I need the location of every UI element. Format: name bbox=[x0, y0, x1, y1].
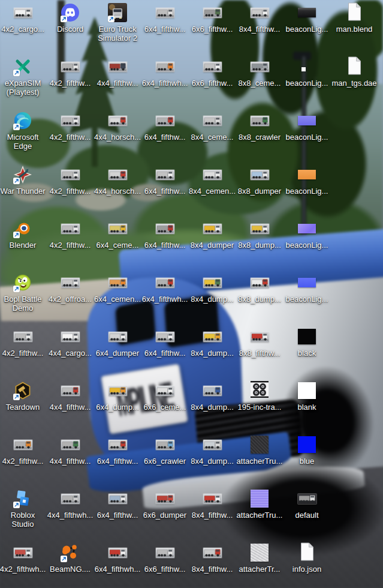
icon-label: 6x4_fifthw... bbox=[141, 241, 189, 250]
desktop-icon-blue[interactable]: blue bbox=[283, 434, 331, 466]
desktop-icon-8x8-dump[interactable]: 8x8_dump... bbox=[236, 218, 284, 250]
desktop-icon-4x4-horsch[interactable]: 4x4_horsch... bbox=[94, 110, 141, 142]
desktop-icon-4x4-fifthw[interactable]: 4x4_fifthw... bbox=[94, 56, 141, 88]
desktop-icon-6x4-fifthw[interactable]: 6x4_fifthw... bbox=[94, 488, 141, 520]
microsoft-edge-icon bbox=[13, 110, 32, 131]
desktop-icon-man-blend[interactable]: man.blend bbox=[330, 2, 378, 34]
desktop-icon-4x4-horsch[interactable]: 4x4_horsch... bbox=[94, 164, 141, 196]
desktop-icon-4x2-fifthw[interactable]: 4x2_fifthw... bbox=[46, 218, 94, 250]
desktop-icon-info-json[interactable]: info.json bbox=[283, 542, 331, 574]
desktop-icon-blank[interactable]: blank bbox=[283, 380, 331, 412]
desktop-icon-discord[interactable]: Discord bbox=[46, 2, 94, 34]
desktop-icon-man-tgs-dae[interactable]: man_tgs.dae bbox=[330, 56, 378, 88]
desktop-icon-6x4-fifthwh[interactable]: 6x4_fifthwh... bbox=[141, 56, 189, 88]
desktop-icon-teardown[interactable]: Teardown bbox=[0, 380, 47, 412]
truck-thumbnail-icon bbox=[156, 380, 174, 401]
desktop-icon-8x4-ceme[interactable]: 8x4_ceme... bbox=[188, 110, 236, 142]
desktop-icon-4x4-cargo[interactable]: 4x4_cargo... bbox=[46, 326, 94, 358]
desktop-icon-8x8-crawler[interactable]: 8x8_crawler bbox=[236, 110, 284, 142]
desktop-icon-6x6-ceme[interactable]: 6x6_ceme... bbox=[141, 380, 189, 412]
desktop-icon-beaconlig[interactable]: beaconLig... bbox=[283, 164, 331, 196]
desktop-icon-black[interactable]: black bbox=[283, 326, 331, 358]
desktop-icon-6x4-fifthwh[interactable]: 6x4_fifthwh... bbox=[94, 542, 141, 574]
desktop-icon-6x4-fifthw[interactable]: 6x4_fifthw... bbox=[141, 218, 189, 250]
desktop-icon-attachertru[interactable]: attacherTru... bbox=[236, 488, 284, 520]
truck-thumbnail-icon bbox=[203, 542, 222, 563]
desktop-icon-microsoft-edge[interactable]: Microsoft Edge bbox=[0, 110, 47, 151]
truck-thumbnail-icon bbox=[108, 542, 127, 563]
desktop-icon-6x4-dump[interactable]: 6x4_dump... bbox=[94, 380, 141, 412]
bopl-battle-icon bbox=[13, 272, 32, 293]
desktop-icon-4x4-fifthw[interactable]: 4x4_fifthw... bbox=[46, 434, 94, 466]
desktop-icon-8x4-dumper[interactable]: 8x4_dumper bbox=[188, 218, 236, 250]
desktop-icon-6x4-fifthw[interactable]: 6x4_fifthw... bbox=[141, 2, 189, 34]
desktop-icon-6x4-fifthwh[interactable]: 6x4_fifthwh... bbox=[141, 272, 189, 304]
icon-label: 4x2_offroa... bbox=[47, 295, 94, 304]
desktop-icon-4x2-fifthw[interactable]: 4x2_fifthw... bbox=[46, 110, 94, 142]
desktop-icon-4x2-fifthw[interactable]: 4x2_fifthw... bbox=[0, 326, 47, 358]
desktop-icon-4x4-fifthw[interactable]: 4x4_fifthw... bbox=[46, 380, 94, 412]
desktop-icon-8x4-dump[interactable]: 8x4_dump... bbox=[188, 272, 236, 304]
desktop-icon-4x2-cargo[interactable]: 4x2_cargo... bbox=[0, 2, 47, 34]
desktop-icon-8x4-dump[interactable]: 8x4_dump... bbox=[188, 326, 236, 358]
shortcut-arrow-icon bbox=[13, 178, 20, 184]
desktop-icon-6x4-fifthw[interactable]: 6x4_fifthw... bbox=[141, 326, 189, 358]
desktop-icon-expansim-playtest[interactable]: eXpanSIM (Playtest) bbox=[0, 56, 47, 97]
desktop-icon-bopl-battle-demo[interactable]: Bopl Battle Demo bbox=[0, 272, 47, 313]
desktop-icon-6x6-fifthw[interactable]: 6x6_fifthw... bbox=[141, 542, 189, 574]
desktop-icon-beaconlig[interactable]: beaconLig... bbox=[283, 2, 331, 34]
desktop-icon-8x8-ceme[interactable]: 8x8_ceme... bbox=[236, 56, 284, 88]
desktop-icon-4x2-fifthw[interactable]: 4x2_fifthw... bbox=[46, 164, 94, 196]
desktop-icon-euro-truck-simulator-2[interactable]: Euro Truck Simulator 2 bbox=[94, 2, 141, 43]
shortcut-arrow-icon bbox=[108, 16, 114, 22]
desktop-icon-attachertr[interactable]: attacherTr... bbox=[236, 542, 284, 574]
desktop-icon-4x2-offroa[interactable]: 4x2_offroa... bbox=[46, 272, 94, 304]
desktop-icon-8x4-fifthw[interactable]: 8x4_fifthw... bbox=[188, 542, 236, 574]
desktop-icon-war-thunder[interactable]: War Thunder bbox=[0, 164, 47, 196]
truck-thumbnail-icon bbox=[203, 434, 222, 455]
icon-label: 6x4_fifthw... bbox=[141, 187, 189, 196]
desktop-icon-attachertru[interactable]: attacherTru... bbox=[236, 434, 284, 466]
desktop-icon-4x2-fifthwh[interactable]: 4x2_fifthwh... bbox=[0, 542, 47, 574]
truck-thumbnail-icon bbox=[108, 326, 127, 347]
desktop-icon-blender[interactable]: Blender bbox=[0, 218, 47, 250]
desktop-icon-6x6-dumper[interactable]: 6x6_dumper bbox=[141, 488, 189, 520]
desktop-icon-6x4-fifthw[interactable]: 6x4_fifthw... bbox=[94, 434, 141, 466]
icon-label: Discord bbox=[47, 25, 94, 34]
desktop-icon-beaconlig[interactable]: beaconLig... bbox=[283, 218, 331, 250]
desktop-icon-4x2-fifthw[interactable]: 4x2_fifthw... bbox=[46, 56, 94, 88]
truck-thumbnail-icon bbox=[61, 110, 80, 131]
desktop-icon-8x4-fifthw[interactable]: 8x4_fifthw... bbox=[188, 488, 236, 520]
desktop-icon-roblox-studio[interactable]: Roblox Studio bbox=[0, 488, 47, 529]
desktop-icon-default[interactable]: default bbox=[283, 488, 331, 520]
desktop-icon-beaconlig[interactable]: beaconLig... bbox=[283, 56, 331, 88]
desktop-icon-4x4-fifthwh[interactable]: 4x4_fifthwh... bbox=[46, 488, 94, 520]
icon-label: 6x4_fifthwh... bbox=[141, 295, 189, 304]
desktop-icon-195-inc-tra[interactable]: 195-inc-tra... bbox=[236, 380, 284, 412]
desktop-icon-beamng[interactable]: BeamNG.... bbox=[46, 542, 94, 574]
desktop-icon-beaconlig[interactable]: beaconLig... bbox=[283, 272, 331, 304]
icon-label: 4x2_fifthwh... bbox=[0, 565, 47, 574]
desktop-icon-6x4-fifthw[interactable]: 6x4_fifthw... bbox=[141, 110, 189, 142]
desktop-icon-6x4-cemen[interactable]: 6x4_cemen... bbox=[94, 272, 141, 304]
desktop-icon-8x8-fifthw[interactable]: 8x8_fifthw... bbox=[236, 326, 284, 358]
desktop-icon-6x4-ceme[interactable]: 6x4_ceme... bbox=[94, 218, 141, 250]
desktop-icon-4x2-fifthw[interactable]: 4x2_fifthw... bbox=[0, 434, 47, 466]
desktop-icon-6x6-fifthw[interactable]: 6x6_fifthw... bbox=[188, 2, 236, 34]
desktop-icon-8x4-fifthw[interactable]: 8x4_fifthw... bbox=[236, 2, 284, 34]
icon-label: 6x4_dump... bbox=[94, 403, 141, 412]
desktop-icon-8x4-dump[interactable]: 8x4_dump... bbox=[188, 380, 236, 412]
desktop-icon-8x8-dumper[interactable]: 8x8_dumper bbox=[236, 164, 284, 196]
desktop-icon-6x6-crawler[interactable]: 6x6_crawler bbox=[141, 434, 189, 466]
icon-label: 8x8_dump... bbox=[236, 295, 284, 304]
desktop-icon-8x8-dump[interactable]: 8x8_dump... bbox=[236, 272, 284, 304]
desktop-icon-6x4-dumper[interactable]: 6x4_dumper bbox=[94, 326, 141, 358]
desktop-icon-6x6-fifthw[interactable]: 6x6_fifthw... bbox=[188, 56, 236, 88]
desktop-icon-8x4-cemen[interactable]: 8x4_cemen... bbox=[188, 164, 236, 196]
truck-thumbnail-icon bbox=[108, 218, 127, 239]
desktop-icon-8x4-dump[interactable]: 8x4_dump... bbox=[188, 434, 236, 466]
truck-thumbnail-icon bbox=[108, 434, 127, 455]
icon-label: 195-inc-tra... bbox=[236, 403, 284, 412]
desktop-icon-6x4-fifthw[interactable]: 6x4_fifthw... bbox=[141, 164, 189, 196]
desktop-icon-beaconlig[interactable]: beaconLig... bbox=[283, 110, 331, 142]
